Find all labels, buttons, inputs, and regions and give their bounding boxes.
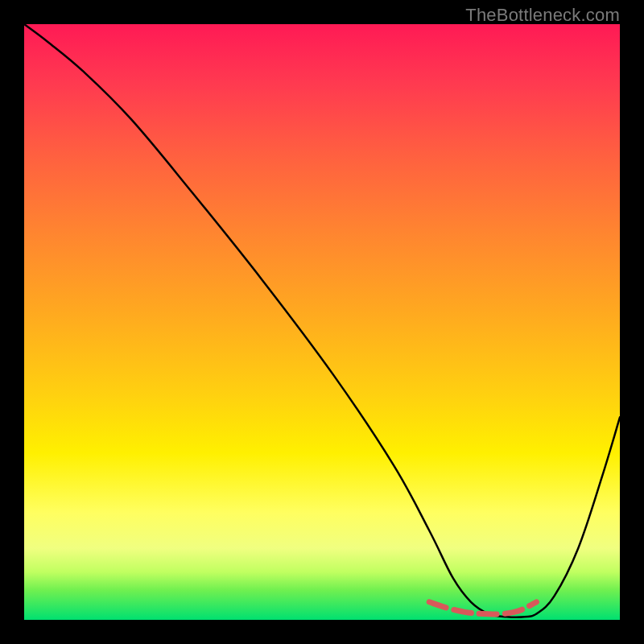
main-curve (24, 24, 620, 617)
chart-container: TheBottleneck.com (0, 0, 644, 644)
chart-svg (24, 24, 620, 620)
watermark-text: TheBottleneck.com (465, 5, 620, 26)
plot-area (24, 24, 620, 620)
highlight-dashes (429, 602, 536, 614)
